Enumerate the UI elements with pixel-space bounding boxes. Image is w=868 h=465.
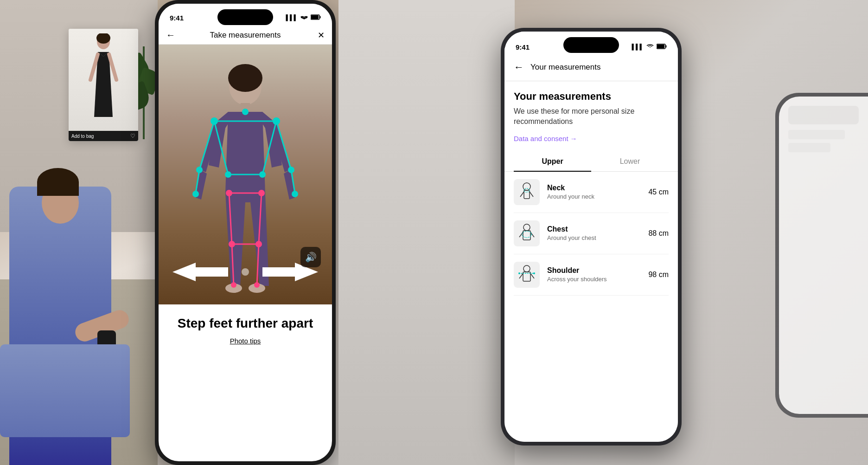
svg-point-34: [192, 191, 199, 197]
shoulder-icon: [514, 262, 540, 288]
svg-point-27: [211, 117, 218, 125]
status-icons-left: ▌▌▌: [286, 14, 321, 21]
svg-point-38: [229, 241, 235, 247]
camera-view: 🔊: [159, 45, 332, 304]
far-right-edge: [775, 93, 868, 418]
sitting-person: [0, 140, 148, 465]
svg-rect-76: [516, 264, 538, 286]
back-button-right[interactable]: ←: [514, 61, 530, 73]
status-icons-right: ▌▌▌: [632, 43, 667, 51]
add-to-bag-label: Add to bag: [71, 134, 94, 139]
tab-lower[interactable]: Lower: [591, 152, 669, 171]
dynamic-island-right: [563, 37, 619, 53]
svg-point-29: [242, 109, 249, 115]
data-consent-link[interactable]: Data and consent →: [514, 135, 669, 142]
svg-point-35: [292, 191, 298, 197]
neck-icon: [514, 179, 540, 205]
instruction-title: Step feet further apart: [173, 316, 317, 331]
shoulder-details: Shoulder Across your shoulders: [547, 266, 648, 283]
svg-point-32: [196, 167, 203, 173]
svg-rect-63: [657, 45, 664, 48]
standing-person-background: [338, 0, 515, 465]
svg-point-83: [533, 272, 535, 274]
chest-value: 88 cm: [648, 229, 669, 238]
phone-right-screen: 9:41 ▌▌▌ ← Your measurements Your: [504, 32, 678, 442]
measurement-list: Neck Around your neck 45 cm: [504, 172, 678, 296]
svg-point-28: [273, 117, 280, 125]
svg-point-33: [288, 167, 294, 173]
neck-body-icon: [516, 181, 538, 203]
chest-desc: Around your chest: [547, 234, 648, 241]
phone-left-screen: 9:41 ▌▌▌ ← Take measurements ✕: [159, 4, 332, 461]
nav-title-right: Your measurements: [530, 63, 601, 72]
close-button-left[interactable]: ✕: [310, 30, 325, 40]
svg-rect-5: [320, 16, 321, 18]
dress-figure-svg: [85, 33, 122, 126]
measurements-subtitle: We use these for more personal size reco…: [514, 106, 669, 127]
svg-point-44: [242, 268, 249, 276]
svg-point-31: [259, 171, 266, 178]
svg-rect-70: [516, 222, 538, 245]
nav-bar-right: ← Your measurements: [504, 56, 678, 81]
svg-rect-64: [516, 181, 538, 203]
svg-point-39: [255, 241, 262, 247]
neck-name: Neck: [547, 184, 648, 192]
data-consent-label: Data and consent: [514, 135, 568, 142]
measurement-item-neck: Neck Around your neck 45 cm: [514, 172, 669, 213]
svg-point-30: [225, 171, 231, 178]
shoulder-name: Shoulder: [547, 266, 648, 275]
neck-details: Neck Around your neck: [547, 184, 648, 200]
measurement-item-shoulder: Shoulder Across your shoulders 98 cm: [514, 254, 669, 296]
tab-upper[interactable]: Upper: [514, 152, 591, 171]
svg-rect-6: [311, 15, 319, 19]
battery-icon-right: [657, 43, 667, 51]
status-time-right: 9:41: [516, 43, 530, 51]
wifi-icon-right: [646, 43, 654, 51]
back-button-left[interactable]: ←: [166, 30, 181, 40]
measurements-page-title: Your measurements: [514, 90, 669, 103]
shoulder-body-icon: [516, 264, 538, 286]
nav-bar-left: ← Take measurements ✕: [159, 26, 332, 45]
photo-tips-link[interactable]: Photo tips: [230, 337, 261, 345]
chest-body-icon: [516, 222, 538, 245]
measurement-item-chest: Chest Around your chest 88 cm: [514, 213, 669, 254]
heart-icon: ♡: [130, 133, 135, 139]
measurement-tabs: Upper Lower: [504, 152, 678, 172]
svg-point-9: [228, 64, 262, 92]
battery-icon: [311, 14, 321, 21]
chest-icon: [514, 220, 540, 246]
neck-desc: Around your neck: [547, 193, 648, 200]
product-info-bar: Add to bag ♡: [69, 131, 138, 141]
measurements-content: Your measurements We use these for more …: [504, 81, 678, 172]
phone-right-content: 9:41 ▌▌▌ ← Your measurements Your: [504, 32, 678, 442]
svg-point-36: [226, 190, 232, 196]
svg-point-37: [258, 190, 265, 196]
neck-value: 45 cm: [648, 188, 669, 196]
nav-title-left: Take measurements: [181, 31, 310, 40]
svg-rect-62: [666, 45, 667, 48]
instruction-area: Step feet further apart Photo tips: [159, 304, 332, 351]
shoulder-desc: Across your shoulders: [547, 276, 648, 283]
chest-details: Chest Around your chest: [547, 225, 648, 241]
shoulder-value: 98 cm: [648, 271, 669, 279]
wifi-icon: [300, 14, 308, 21]
dynamic-island-left: [217, 9, 273, 25]
svg-point-82: [518, 272, 520, 274]
phone-right: 9:41 ▌▌▌ ← Your measurements Your: [501, 28, 682, 446]
signal-icon-right: ▌▌▌: [632, 44, 644, 50]
product-card: Add to bag ♡: [69, 29, 138, 141]
chest-name: Chest: [547, 225, 648, 233]
signal-icon: ▌▌▌: [286, 14, 298, 21]
status-time-left: 9:41: [170, 14, 184, 22]
sound-button[interactable]: 🔊: [300, 247, 321, 267]
product-image: [69, 29, 138, 131]
data-consent-arrow: →: [570, 135, 577, 142]
phone-left: 9:41 ▌▌▌ ← Take measurements ✕: [155, 0, 336, 465]
svg-point-40: [231, 282, 236, 288]
svg-point-41: [254, 282, 260, 288]
sound-icon: 🔊: [305, 252, 317, 263]
